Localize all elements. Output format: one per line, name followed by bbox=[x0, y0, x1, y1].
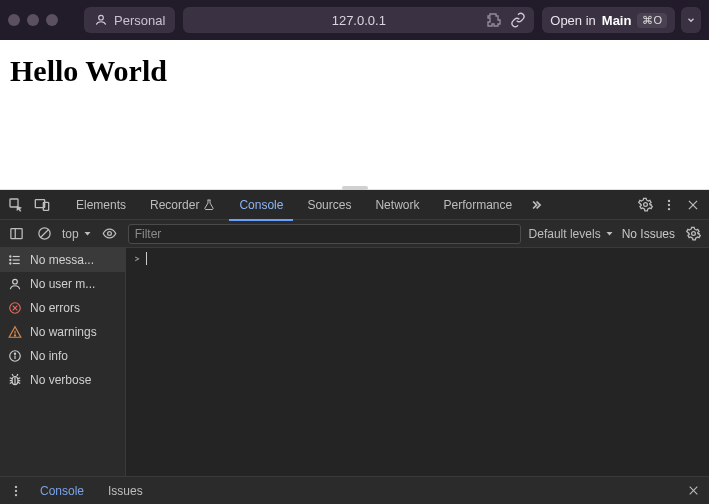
open-in-dropdown[interactable] bbox=[681, 7, 701, 33]
link-icon[interactable] bbox=[510, 12, 526, 28]
user-icon bbox=[8, 277, 22, 291]
svg-point-22 bbox=[10, 259, 11, 260]
tab-sources[interactable]: Sources bbox=[297, 190, 361, 220]
svg-point-36 bbox=[15, 489, 17, 491]
context-label: top bbox=[62, 227, 79, 241]
profile-label: Personal bbox=[114, 13, 165, 28]
drawer-kebab-icon[interactable] bbox=[6, 481, 26, 501]
tab-recorder[interactable]: Recorder bbox=[140, 190, 225, 220]
sidebar-item-user[interactable]: No user m... bbox=[0, 272, 125, 296]
kebab-menu-icon[interactable] bbox=[659, 195, 679, 215]
issues-counter[interactable]: No Issues bbox=[622, 227, 675, 241]
browser-chrome: Personal 127.0.0.1 Open in Main ⌘O bbox=[0, 0, 709, 40]
sidebar-item-errors[interactable]: No errors bbox=[0, 296, 125, 320]
tab-network[interactable]: Network bbox=[365, 190, 429, 220]
console-toolbar: top Default levels No Issues bbox=[0, 220, 709, 248]
levels-selector[interactable]: Default levels bbox=[529, 227, 614, 241]
open-in-prefix: Open in bbox=[550, 13, 596, 28]
svg-marker-14 bbox=[84, 232, 90, 235]
tab-console[interactable]: Console bbox=[229, 190, 293, 220]
sidebar-item-label: No warnings bbox=[30, 325, 97, 339]
open-in-control: Open in Main ⌘O bbox=[542, 7, 701, 33]
svg-point-35 bbox=[15, 485, 17, 487]
toggle-sidebar-icon[interactable] bbox=[6, 224, 26, 244]
svg-point-21 bbox=[10, 256, 11, 257]
minimize-window-dot[interactable] bbox=[27, 14, 39, 26]
tab-performance[interactable]: Performance bbox=[433, 190, 522, 220]
sidebar-item-label: No verbose bbox=[30, 373, 91, 387]
close-drawer-icon[interactable] bbox=[683, 481, 703, 501]
web-page: Hello World bbox=[0, 40, 709, 190]
console-output[interactable]: › bbox=[126, 248, 709, 476]
context-selector[interactable]: top bbox=[62, 227, 92, 241]
window-controls bbox=[8, 14, 58, 26]
svg-point-24 bbox=[13, 279, 18, 284]
tabs-overflow-icon[interactable] bbox=[526, 195, 546, 215]
sidebar-item-label: No user m... bbox=[30, 277, 95, 291]
sidebar-item-label: No errors bbox=[30, 301, 80, 315]
devtools-panel: Elements Recorder Console Sources Networ… bbox=[0, 190, 709, 504]
sidebar-item-warnings[interactable]: No warnings bbox=[0, 320, 125, 344]
svg-point-5 bbox=[668, 199, 670, 201]
sidebar-item-verbose[interactable]: No verbose bbox=[0, 368, 125, 392]
open-in-shortcut: ⌘O bbox=[637, 13, 667, 28]
info-icon bbox=[8, 349, 22, 363]
profile-icon bbox=[94, 13, 108, 27]
svg-point-32 bbox=[14, 353, 15, 354]
svg-point-7 bbox=[668, 207, 670, 209]
drawer-tab-console[interactable]: Console bbox=[30, 477, 94, 505]
url-text: 127.0.0.1 bbox=[332, 13, 386, 28]
profile-pill[interactable]: Personal bbox=[84, 7, 175, 33]
filter-input[interactable] bbox=[128, 224, 521, 244]
bug-icon bbox=[8, 373, 22, 387]
prompt-caret-icon: › bbox=[132, 253, 143, 264]
svg-point-23 bbox=[10, 263, 11, 264]
close-devtools-icon[interactable] bbox=[683, 195, 703, 215]
sidebar-item-info[interactable]: No info bbox=[0, 344, 125, 368]
levels-label: Default levels bbox=[529, 227, 601, 241]
warning-icon bbox=[8, 325, 22, 339]
device-toolbar-icon[interactable] bbox=[32, 195, 52, 215]
svg-line-13 bbox=[40, 230, 48, 238]
console-body: No messa... No user m... No errors No wa… bbox=[0, 248, 709, 476]
devtools-tabstrip: Elements Recorder Console Sources Networ… bbox=[0, 190, 709, 220]
extensions-icon[interactable] bbox=[486, 12, 502, 28]
sidebar-item-label: No info bbox=[30, 349, 68, 363]
chevron-down-icon bbox=[83, 229, 92, 238]
svg-marker-16 bbox=[606, 232, 612, 235]
list-icon bbox=[8, 253, 22, 267]
tab-elements[interactable]: Elements bbox=[66, 190, 136, 220]
svg-point-15 bbox=[108, 232, 112, 236]
text-cursor bbox=[146, 252, 147, 265]
drawer-tab-issues[interactable]: Issues bbox=[98, 477, 153, 505]
open-in-target: Main bbox=[602, 13, 632, 28]
svg-point-37 bbox=[15, 493, 17, 495]
svg-point-29 bbox=[14, 335, 15, 336]
sidebar-item-messages[interactable]: No messa... bbox=[0, 248, 125, 272]
flask-icon bbox=[203, 199, 215, 211]
svg-point-17 bbox=[691, 232, 695, 236]
svg-point-4 bbox=[643, 203, 647, 207]
page-heading: Hello World bbox=[10, 54, 699, 88]
console-sidebar: No messa... No user m... No errors No wa… bbox=[0, 248, 126, 476]
chevron-down-icon bbox=[605, 229, 614, 238]
maximize-window-dot[interactable] bbox=[46, 14, 58, 26]
devtools-drawer: Console Issues bbox=[0, 476, 709, 504]
console-prompt[interactable]: › bbox=[126, 248, 709, 269]
console-settings-gear-icon[interactable] bbox=[683, 224, 703, 244]
open-in-button[interactable]: Open in Main ⌘O bbox=[542, 7, 675, 33]
clear-console-icon[interactable] bbox=[34, 224, 54, 244]
svg-point-0 bbox=[99, 15, 104, 20]
url-bar[interactable]: 127.0.0.1 bbox=[183, 7, 534, 33]
svg-rect-10 bbox=[10, 229, 21, 239]
chevron-down-icon bbox=[686, 15, 696, 25]
error-icon bbox=[8, 301, 22, 315]
live-expression-icon[interactable] bbox=[100, 224, 120, 244]
settings-gear-icon[interactable] bbox=[635, 195, 655, 215]
inspect-element-icon[interactable] bbox=[6, 195, 26, 215]
svg-point-6 bbox=[668, 203, 670, 205]
close-window-dot[interactable] bbox=[8, 14, 20, 26]
sidebar-item-label: No messa... bbox=[30, 253, 94, 267]
